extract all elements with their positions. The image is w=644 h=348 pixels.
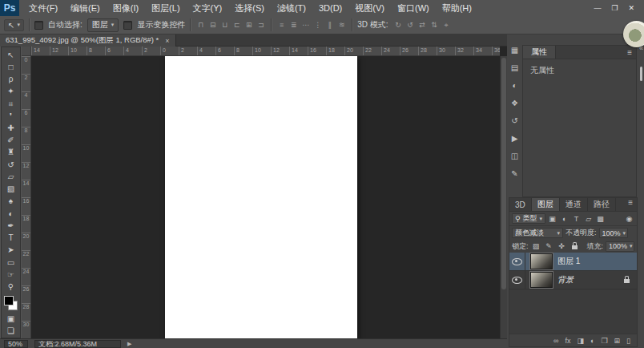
menu-item[interactable]: 文件(F)	[22, 0, 64, 16]
layer-style-icon[interactable]: fx	[565, 337, 570, 345]
history-panel-icon[interactable]: ↺	[507, 116, 522, 125]
add-layer-mask-icon[interactable]: ◨	[577, 337, 584, 345]
status-menu-arrow-icon[interactable]: ▶	[127, 341, 131, 347]
visibility-toggle[interactable]	[509, 271, 525, 289]
maximize-button[interactable]: ❐	[611, 4, 618, 12]
auto-select-checkbox[interactable]	[34, 21, 43, 30]
vertical-scrollbar[interactable]	[500, 56, 507, 338]
panel-scrollbar[interactable]	[640, 67, 642, 81]
3d-roll-icon[interactable]: ↺	[405, 21, 416, 29]
layer-row[interactable]: 图层 1	[509, 253, 637, 271]
layer-row[interactable]: 背景	[509, 271, 637, 289]
foreground-color-swatch[interactable]	[4, 296, 14, 306]
lock-image-pixels-icon[interactable]: ✎	[544, 242, 554, 250]
menu-item[interactable]: 选择(S)	[228, 0, 271, 16]
clone-stamp-tool[interactable]: ♜	[2, 147, 20, 159]
delete-layer-icon[interactable]: ▯	[626, 337, 630, 345]
align-vcenter-icon[interactable]: ⊟	[207, 21, 218, 29]
notes-panel-icon[interactable]: ✎	[507, 169, 522, 178]
filter-pixel-layers-icon[interactable]: ▣	[547, 215, 557, 223]
menu-item[interactable]: 窗口(W)	[391, 0, 436, 16]
panel-tab[interactable]: 图层	[532, 198, 560, 211]
path-selection-tool[interactable]: ➤	[2, 245, 20, 257]
new-layer-icon[interactable]: ⊞	[614, 337, 621, 345]
align-left-icon[interactable]: ⊏	[231, 21, 242, 29]
visibility-toggle[interactable]	[509, 253, 525, 270]
fill-input[interactable]: 100% ▾	[606, 241, 634, 252]
swatches-panel-icon[interactable]: ▤	[507, 63, 522, 72]
distribute-right-icon[interactable]: ≋	[336, 21, 347, 29]
distribute-hcenter-icon[interactable]: ∥	[324, 21, 335, 29]
document-tab[interactable]: 631_995_4092.jpg @ 50%(图层 1, RGB/8#) * ×	[0, 34, 176, 47]
3d-scale-icon[interactable]: ⌖	[441, 21, 452, 30]
3d-rotate-icon[interactable]: ↻	[393, 21, 404, 29]
distribute-left-icon[interactable]: ⋮	[312, 21, 323, 29]
pen-tool[interactable]: ✒	[2, 220, 20, 232]
menu-item[interactable]: 编辑(E)	[64, 0, 107, 16]
dodge-tool[interactable]: ◐	[2, 208, 20, 220]
healing-brush-tool[interactable]: ✚	[2, 122, 20, 134]
channels-panel-icon[interactable]: ◫	[507, 152, 522, 160]
show-transform-checkbox[interactable]	[123, 21, 132, 30]
distribute-top-icon[interactable]: ≡	[276, 21, 287, 29]
blur-tool[interactable]: ♠	[2, 196, 20, 208]
scrollbar-thumb[interactable]	[501, 58, 506, 289]
document-page[interactable]	[165, 56, 357, 338]
eraser-tool[interactable]: ▱	[2, 171, 20, 183]
lock-all-icon[interactable]	[570, 242, 580, 251]
menu-item[interactable]: 图像(I)	[107, 0, 145, 16]
lock-transparent-pixels-icon[interactable]: ▨	[531, 242, 541, 250]
align-right-icon[interactable]: ⊐	[256, 21, 266, 29]
menu-item[interactable]: 图层(L)	[145, 0, 186, 16]
shape-tool[interactable]: ▭	[2, 257, 20, 269]
filter-adjustment-layers-icon[interactable]: ◐	[559, 215, 570, 223]
gradient-tool[interactable]: ▧	[2, 184, 20, 196]
menu-item[interactable]: 滤镜(T)	[271, 0, 312, 16]
zoom-tool[interactable]: ⚲	[2, 281, 20, 293]
close-button[interactable]: ✕	[628, 4, 634, 12]
new-group-icon[interactable]: ❒	[601, 337, 607, 345]
crop-tool[interactable]: ⌗	[2, 98, 20, 110]
link-layers-icon[interactable]: ∞	[553, 337, 558, 345]
history-brush-tool[interactable]: ↺	[2, 159, 20, 171]
adjustments-panel-icon[interactable]: ◐	[507, 81, 522, 90]
document-info[interactable]: 文档:2.68M/5.36M	[34, 340, 121, 348]
align-top-icon[interactable]: ⊓	[195, 21, 206, 29]
filter-smart-objects-icon[interactable]: ▩	[595, 215, 606, 223]
layer-filter-type-dropdown[interactable]: ⚲ 类型 ▾	[512, 213, 545, 224]
menu-item[interactable]: 文字(Y)	[187, 0, 229, 16]
layer-filter-toggle[interactable]: ◉	[624, 215, 634, 223]
menu-item[interactable]: 视图(V)	[348, 0, 391, 16]
auto-select-target-dropdown[interactable]: 图层 ▾	[87, 18, 119, 32]
color-panel-icon[interactable]: ▦	[507, 46, 522, 55]
layer-thumbnail[interactable]	[530, 272, 553, 288]
opacity-input[interactable]: 100% ▾	[599, 228, 628, 238]
layer-thumbnail[interactable]	[530, 253, 553, 269]
filter-type-layers-icon[interactable]: T	[571, 215, 582, 223]
tab-properties[interactable]: 属性	[523, 46, 556, 59]
screen-mode-icon[interactable]: ❏	[2, 326, 20, 338]
panel-tab[interactable]: 路径	[588, 198, 616, 211]
3d-drag-icon[interactable]: ⇄	[417, 21, 428, 29]
eyedropper-tool[interactable]: ❜	[2, 110, 20, 122]
zoom-level-input[interactable]: 50%	[4, 340, 28, 348]
actions-panel-icon[interactable]: ▶	[507, 134, 522, 143]
panel-menu-icon[interactable]: ≡	[628, 198, 637, 211]
distribute-vcenter-icon[interactable]: ≣	[288, 21, 299, 29]
hand-tool[interactable]: ☞	[2, 269, 20, 281]
marquee-tool[interactable]: □	[2, 61, 20, 73]
tool-preset-picker[interactable]: ↖ ▾	[4, 19, 24, 31]
quick-mask-icon[interactable]: ▣	[2, 313, 20, 325]
close-tab-icon[interactable]: ×	[165, 37, 169, 45]
lasso-tool[interactable]: ρ	[2, 73, 20, 85]
styles-panel-icon[interactable]: ❖	[507, 99, 522, 107]
move-tool[interactable]: ↖	[2, 49, 20, 61]
lock-position-icon[interactable]: ✜	[557, 242, 567, 250]
filter-shape-layers-icon[interactable]: ▱	[583, 215, 594, 223]
type-tool[interactable]: T	[2, 233, 20, 245]
canvas-viewport[interactable]	[31, 56, 500, 338]
color-swatches[interactable]	[4, 296, 18, 311]
brush-tool[interactable]: ✐	[2, 135, 20, 147]
panel-tab[interactable]: 3D	[509, 198, 532, 211]
panel-menu-icon[interactable]: ≡	[627, 48, 636, 57]
